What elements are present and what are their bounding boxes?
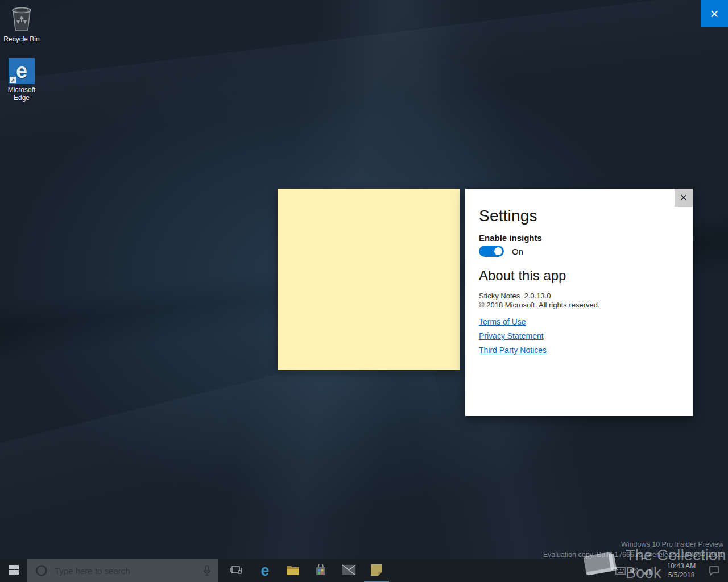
wallpaper-beam: [0, 0, 728, 154]
about-title: About this app: [479, 268, 566, 284]
window-close-button[interactable]: ×: [701, 0, 728, 27]
clock-time: 10:43 AM: [667, 562, 696, 571]
edge-icon: e: [260, 563, 269, 579]
copyright-text: © 2018 Microsoft. All rights reserved.: [479, 301, 600, 309]
privacy-statement-link[interactable]: Privacy Statement: [479, 331, 544, 340]
sticky-notes-settings-panel: × Settings Enable insights On About this…: [465, 189, 693, 416]
shortcut-arrow-icon: ↗: [10, 77, 16, 83]
system-info-line1: Windows 10 Pro Insider Preview: [543, 539, 723, 550]
third-party-notices-link[interactable]: Third Party Notices: [479, 346, 547, 355]
touch-keyboard-icon[interactable]: [614, 559, 627, 582]
enable-insights-label: Enable insights: [479, 233, 542, 243]
taskbar-mail-button[interactable]: [335, 559, 362, 582]
mail-icon: [342, 564, 356, 577]
sticky-note[interactable]: [278, 189, 460, 370]
enable-insights-row: On: [479, 246, 523, 257]
action-center-icon[interactable]: [706, 559, 721, 582]
enable-insights-toggle[interactable]: [479, 246, 504, 257]
sticky-notes-icon: [370, 564, 383, 578]
terms-of-use-link[interactable]: Terms of Use: [479, 317, 526, 326]
volume-icon[interactable]: [628, 559, 640, 582]
search-input[interactable]: [53, 566, 196, 576]
start-button[interactable]: [0, 559, 27, 582]
task-view-button[interactable]: [226, 559, 246, 582]
taskbar-sticky-notes-button[interactable]: [363, 559, 390, 582]
system-info-line2: Evaluation copy. Build 17666.rs_prerelea…: [543, 550, 723, 560]
clock-date: 5/5/2018: [668, 571, 695, 580]
file-explorer-icon: [286, 564, 300, 577]
taskbar-file-explorer-button[interactable]: [279, 559, 307, 582]
toggle-state-label: On: [512, 247, 523, 256]
edge-tile: e ↗: [9, 58, 35, 84]
network-icon[interactable]: [642, 559, 654, 582]
system-info: Windows 10 Pro Insider Preview Evaluatio…: [543, 539, 723, 560]
cortana-circle-icon: [35, 564, 48, 577]
settings-close-button[interactable]: ×: [675, 189, 693, 207]
taskbar-edge-button[interactable]: e: [251, 559, 279, 582]
desktop-icon-label: Recycle Bin: [3, 35, 39, 43]
taskbar-clock[interactable]: 10:43 AM 5/5/2018: [657, 559, 706, 582]
desktop-icon-microsoft-edge[interactable]: e ↗ Microsoft Edge: [0, 58, 43, 102]
taskbar: e: [0, 559, 728, 582]
windows-logo-icon: [9, 565, 19, 576]
microphone-icon[interactable]: [202, 565, 212, 576]
app-version: Sticky Notes 2.0.13.0: [479, 292, 551, 300]
task-view-icon: [230, 565, 242, 577]
settings-title: Settings: [479, 207, 537, 225]
toggle-knob: [494, 247, 502, 255]
desktop-icon-recycle-bin[interactable]: Recycle Bin: [0, 5, 43, 43]
taskbar-store-button[interactable]: [307, 559, 334, 582]
desktop-icon-label: Microsoft Edge: [8, 86, 36, 102]
edge-icon: e: [16, 61, 27, 81]
recycle-bin-icon: [0, 5, 43, 34]
store-icon: [315, 564, 327, 578]
desktop: Recycle Bin e ↗ Microsoft Edge × Setting…: [0, 0, 728, 582]
taskbar-search[interactable]: [27, 559, 218, 582]
